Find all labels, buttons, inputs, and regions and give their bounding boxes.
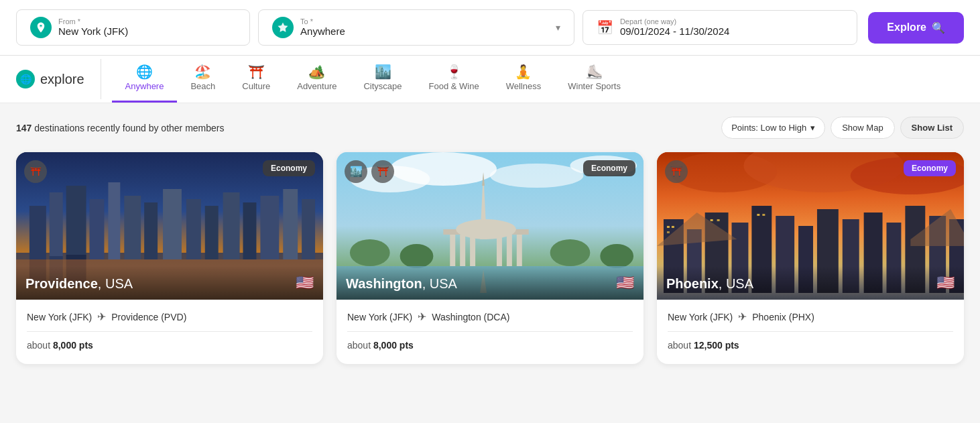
svg-point-40 <box>600 244 633 268</box>
route-from-phoenix: New York (JFK) <box>668 312 733 322</box>
city-overlay-washington: Washington, USA 🇺🇸 <box>336 266 644 300</box>
svg-rect-14 <box>243 202 257 259</box>
tab-cityscape-label: Cityscape <box>363 81 402 91</box>
svg-rect-61 <box>667 226 670 228</box>
card-route-washington: New York (JFK) ✈ Washington (DCA) <box>347 310 633 332</box>
svg-rect-15 <box>260 196 279 259</box>
dropdown-arrow-icon: ▾ <box>556 22 560 33</box>
from-value: New York (JFK) <box>58 25 128 37</box>
show-map-button[interactable]: Show Map <box>831 117 894 139</box>
points-prefix-washington: about <box>347 340 373 351</box>
svg-rect-8 <box>124 196 141 259</box>
svg-rect-11 <box>186 199 201 259</box>
city-name-providence: Providence, USA <box>25 276 133 292</box>
tab-culture-label: Culture <box>242 81 270 91</box>
svg-rect-10 <box>163 189 182 259</box>
tab-anywhere-label: Anywhere <box>125 81 164 91</box>
tab-food-wine[interactable]: 🍷 Food & Wine <box>416 56 493 103</box>
show-list-button[interactable]: Show List <box>900 117 964 139</box>
points-value-phoenix: 12,500 pts <box>694 340 739 351</box>
route-arrow-icon: ✈ <box>97 310 106 323</box>
svg-rect-6 <box>90 199 105 259</box>
city-overlay-providence: Providence, USA 🇺🇸 <box>16 266 323 300</box>
city-overlay-phoenix: Phoenix, USA 🇺🇸 <box>657 266 964 300</box>
from-field[interactable]: From * New York (JFK) <box>16 9 250 46</box>
date-label: Depart (one way) <box>620 17 843 25</box>
adventure-icon: 🏕️ <box>308 65 325 78</box>
tab-winter-sports-label: Winter Sports <box>568 81 621 91</box>
search-bar: From * New York (JFK) To * Anywhere ▾ 📅 … <box>0 0 980 56</box>
svg-marker-0 <box>278 23 288 32</box>
points-prefix-phoenix: about <box>668 340 694 351</box>
svg-point-39 <box>550 239 591 266</box>
svg-rect-30 <box>460 233 465 266</box>
tab-anywhere[interactable]: 🌐 Anywhere <box>112 56 178 103</box>
svg-rect-17 <box>302 199 315 259</box>
tab-winter-sports[interactable]: ⛸️ Winter Sports <box>554 56 634 103</box>
card-points-providence: about 8,000 pts <box>27 340 312 351</box>
svg-rect-64 <box>711 219 713 221</box>
tab-adventure[interactable]: 🏕️ Adventure <box>284 56 350 103</box>
logo-icon: 🌐 <box>16 70 35 88</box>
explore-button[interactable]: Explore 🔍 <box>868 12 964 44</box>
nav-tabs: 🌐 Anywhere 🏖️ Beach ⛩️ Culture 🏕️ Advent… <box>112 56 964 103</box>
route-to-phoenix: Phoenix (PHX) <box>752 312 814 322</box>
culture-icon: ⛩️ <box>248 65 265 78</box>
card-image-washington: 🏙️ ⛩️ Economy Washington, USA 🇺🇸 <box>336 152 644 300</box>
date-field[interactable]: 📅 Depart (one way) 09/01/2024 - 11/30/20… <box>583 10 857 45</box>
tab-cityscape[interactable]: 🏙️ Cityscape <box>350 56 415 103</box>
food-wine-icon: 🍷 <box>446 65 463 78</box>
svg-rect-33 <box>507 233 512 266</box>
card-culture-icon: ⛩️ <box>24 160 47 183</box>
svg-rect-7 <box>108 182 120 259</box>
from-content: From * New York (JFK) <box>58 17 236 38</box>
to-field[interactable]: To * Anywhere ▾ <box>258 9 574 46</box>
tab-food-wine-label: Food & Wine <box>429 81 479 91</box>
svg-rect-29 <box>450 233 455 266</box>
tab-beach[interactable]: 🏖️ Beach <box>177 56 229 103</box>
svg-point-24 <box>390 152 497 186</box>
card-phoenix[interactable]: ⛩️ Economy Phoenix, USA 🇺🇸 New York (JFK… <box>657 152 964 364</box>
from-label: From * <box>58 17 236 25</box>
card-points-washington: about 8,000 pts <box>347 340 633 351</box>
sort-chevron-icon: ▾ <box>810 123 815 133</box>
show-list-label: Show List <box>912 123 953 133</box>
svg-rect-65 <box>717 219 720 221</box>
cards-grid: ⛩️ Economy Providence, USA 🇺🇸 New York (… <box>16 152 964 364</box>
svg-rect-13 <box>223 192 240 259</box>
card-culture-icon-phoenix: ⛩️ <box>665 160 688 183</box>
svg-rect-16 <box>283 189 298 259</box>
tab-culture[interactable]: ⛩️ Culture <box>229 56 284 103</box>
card-badge-washington: Economy <box>583 160 635 176</box>
card-route-providence: New York (JFK) ✈ Providence (PVD) <box>27 310 312 332</box>
card-badge-providence: Economy <box>263 160 315 176</box>
card-route-phoenix: New York (JFK) ✈ Phoenix (PHX) <box>668 310 953 332</box>
svg-rect-34 <box>517 233 522 266</box>
card-providence[interactable]: ⛩️ Economy Providence, USA 🇺🇸 New York (… <box>16 152 323 364</box>
points-prefix-providence: about <box>27 340 53 351</box>
svg-rect-5 <box>66 186 86 259</box>
card-torii-icon-washington: ⛩️ <box>371 160 394 183</box>
card-image-providence: ⛩️ Economy Providence, USA 🇺🇸 <box>16 152 323 300</box>
count-text: destinations recently found by other mem… <box>34 123 224 133</box>
tab-wellness-label: Wellness <box>506 81 542 91</box>
winter-sports-icon: ⛸️ <box>586 65 603 78</box>
svg-rect-4 <box>50 192 63 259</box>
date-content: Depart (one way) 09/01/2024 - 11/30/2024 <box>620 17 843 38</box>
card-image-phoenix: ⛩️ Economy Phoenix, USA 🇺🇸 <box>657 152 964 300</box>
tab-wellness[interactable]: 🧘 Wellness <box>493 56 555 103</box>
svg-rect-66 <box>757 214 759 216</box>
sort-dropdown[interactable]: Points: Low to High ▾ <box>721 117 825 139</box>
sort-label: Points: Low to High <box>731 123 806 133</box>
date-value: 09/01/2024 - 11/30/2024 <box>620 25 729 37</box>
card-culture-icon-washington: 🏙️ <box>345 160 367 183</box>
card-washington[interactable]: 🏙️ ⛩️ Economy Washington, USA 🇺🇸 New Yor… <box>336 152 644 364</box>
to-label: To * <box>300 17 549 25</box>
card-flag-washington: 🇺🇸 <box>616 274 634 292</box>
nav-bar: 🌐 explore 🌐 Anywhere 🏖️ Beach ⛩️ Culture… <box>0 56 980 103</box>
route-from-washington: New York (JFK) <box>347 312 412 322</box>
anywhere-icon: 🌐 <box>136 65 153 78</box>
to-icon <box>272 17 294 38</box>
wellness-icon: 🧘 <box>515 65 532 78</box>
route-to-providence: Providence (PVD) <box>111 312 186 322</box>
